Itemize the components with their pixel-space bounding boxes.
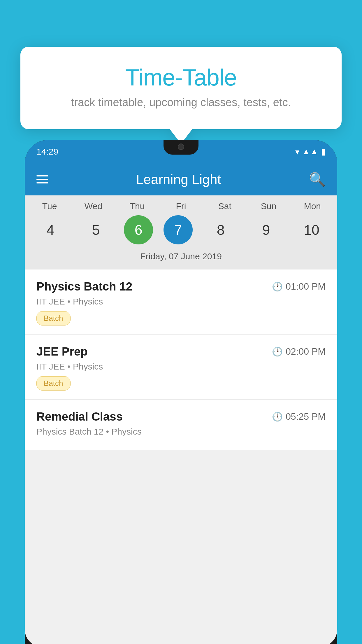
schedule-item-2[interactable]: Remedial Class 🕔 05:25 PM Physics Batch …: [25, 400, 337, 450]
status-time: 14:29: [36, 147, 58, 157]
notch: [164, 140, 198, 155]
batch-badge-0: Batch: [36, 311, 71, 326]
status-bar: 14:29 ▾ ▲▲ ▮: [25, 140, 337, 163]
schedule-list: Physics Batch 12 🕐 01:00 PM IIT JEE • Ph…: [25, 270, 337, 450]
clock-icon-2: 🕔: [272, 412, 283, 422]
day-header-mon: Mon: [295, 201, 330, 211]
day-9[interactable]: 9: [249, 215, 284, 244]
day-5[interactable]: 5: [78, 215, 113, 244]
menu-button[interactable]: [36, 175, 48, 183]
day-8[interactable]: 8: [203, 215, 238, 244]
day-10[interactable]: 10: [294, 215, 329, 244]
day-numbers: 4 5 6 7 8 9 10: [25, 215, 337, 244]
item-header-2: Remedial Class 🕔 05:25 PM: [36, 410, 326, 423]
day-7-selected[interactable]: 7: [164, 215, 193, 244]
item-time-0: 🕐 01:00 PM: [272, 281, 326, 292]
battery-icon: ▮: [321, 147, 326, 157]
search-icon[interactable]: 🔍: [309, 172, 326, 187]
day-header-sat: Sat: [207, 201, 242, 211]
day-header-fri: Fri: [164, 201, 198, 211]
day-headers: Tue Wed Thu Fri Sat Sun Mon: [25, 201, 337, 211]
status-icons: ▾ ▲▲ ▮: [295, 147, 326, 157]
item-subtitle-0: IIT JEE • Physics: [36, 297, 326, 307]
app-header: Learning Light 🔍: [25, 163, 337, 195]
item-title-0: Physics Batch 12: [36, 280, 132, 293]
day-header-thu: Thu: [120, 201, 155, 211]
item-title-1: JEE Prep: [36, 345, 88, 358]
day-header-sun: Sun: [251, 201, 286, 211]
day-4[interactable]: 4: [33, 215, 68, 244]
app-title: Learning Light: [136, 172, 221, 187]
day-6-today[interactable]: 6: [124, 215, 153, 244]
item-subtitle-1: IIT JEE • Physics: [36, 362, 326, 372]
batch-badge-1: Batch: [36, 376, 71, 391]
schedule-item-1[interactable]: JEE Prep 🕑 02:00 PM IIT JEE • Physics Ba…: [25, 335, 337, 400]
day-header-tue: Tue: [32, 201, 67, 211]
phone-content: Tue Wed Thu Fri Sat Sun Mon 4 5 6 7 8 9 …: [25, 195, 337, 644]
wifi-icon: ▾: [295, 147, 299, 157]
item-time-1: 🕑 02:00 PM: [272, 346, 326, 357]
clock-icon-0: 🕐: [272, 281, 283, 292]
schedule-item-0[interactable]: Physics Batch 12 🕐 01:00 PM IIT JEE • Ph…: [25, 270, 337, 335]
selected-date: Friday, 07 June 2019: [25, 249, 337, 267]
tooltip-subtitle: track timetable, upcoming classes, tests…: [41, 96, 321, 109]
item-header-0: Physics Batch 12 🕐 01:00 PM: [36, 280, 326, 293]
tooltip-title: Time-Table: [41, 64, 321, 91]
item-header-1: JEE Prep 🕑 02:00 PM: [36, 345, 326, 358]
phone-container: 14:29 ▾ ▲▲ ▮ Learning Light 🔍 Tue Wed Th: [25, 140, 337, 644]
item-subtitle-2: Physics Batch 12 • Physics: [36, 427, 326, 437]
front-camera: [178, 144, 184, 150]
item-title-2: Remedial Class: [36, 410, 123, 423]
phone-frame: 14:29 ▾ ▲▲ ▮ Learning Light 🔍 Tue Wed Th: [25, 140, 337, 644]
calendar-strip: Tue Wed Thu Fri Sat Sun Mon 4 5 6 7 8 9 …: [25, 195, 337, 270]
item-time-2: 🕔 05:25 PM: [272, 411, 326, 422]
tooltip-card: Time-Table track timetable, upcoming cla…: [20, 47, 342, 129]
clock-icon-1: 🕑: [272, 346, 283, 357]
signal-icon: ▲▲: [302, 147, 318, 156]
day-header-wed: Wed: [76, 201, 111, 211]
